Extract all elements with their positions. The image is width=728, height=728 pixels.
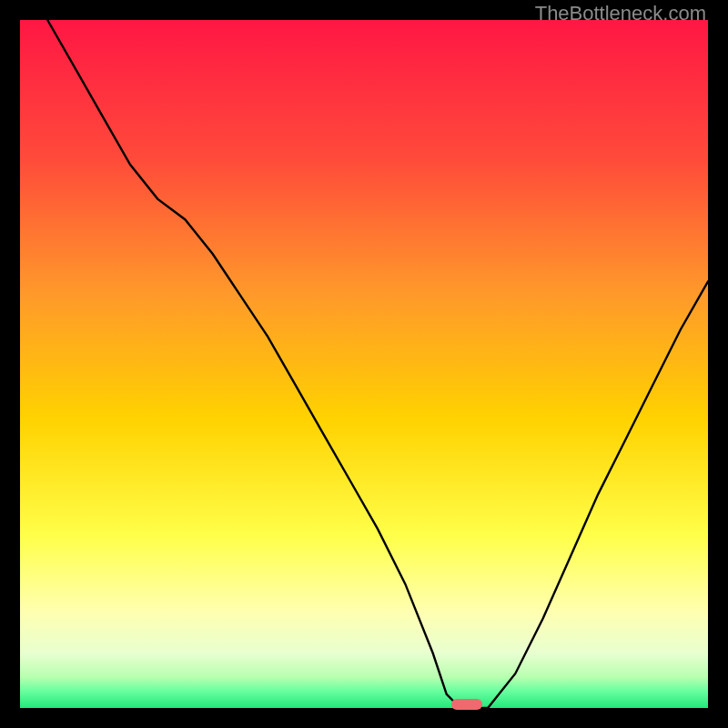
bottleneck-chart <box>20 20 708 708</box>
watermark-text: TheBottleneck.com <box>535 2 706 25</box>
gradient-background <box>20 20 708 708</box>
optimal-marker <box>451 699 482 710</box>
chart-frame <box>20 20 708 708</box>
